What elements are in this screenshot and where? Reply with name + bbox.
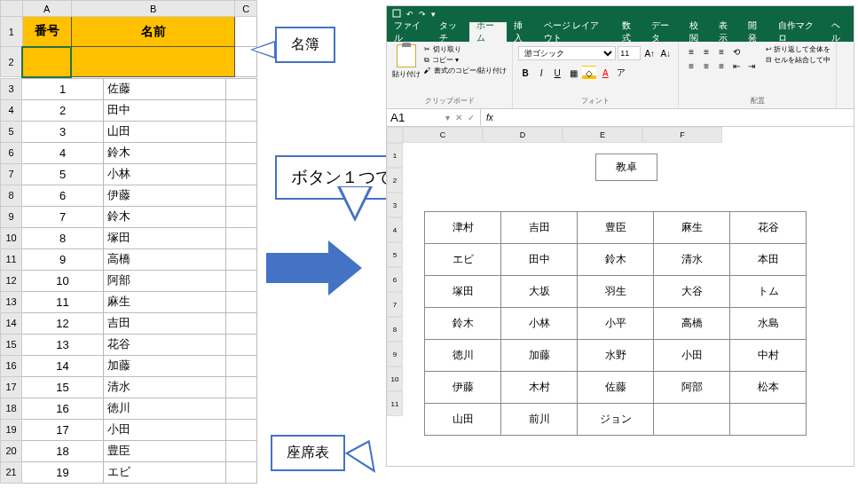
cell-name[interactable]: 麻生: [104, 291, 225, 312]
seat-cell[interactable]: 大谷: [654, 276, 730, 308]
row-header[interactable]: 9: [387, 342, 403, 366]
seat-cell[interactable]: ジョン: [578, 404, 654, 436]
cell-number[interactable]: 9: [22, 248, 104, 270]
row-header[interactable]: 5: [1, 121, 22, 142]
ribbon-tab[interactable]: ページ レイアウト: [537, 22, 615, 42]
increase-font-icon[interactable]: A↑: [642, 46, 657, 60]
align-bottom-icon[interactable]: ≡: [714, 44, 728, 59]
row-header[interactable]: 8: [387, 317, 403, 342]
col-header[interactable]: C: [403, 127, 483, 143]
seat-cell[interactable]: 前川: [501, 404, 578, 436]
cell-name[interactable]: 山田: [104, 121, 225, 142]
merge-center-button[interactable]: ⊟セルを結合して中: [766, 55, 830, 65]
row-header[interactable]: 1: [1, 17, 23, 47]
seat-cell[interactable]: 羽生: [578, 276, 654, 308]
cell-name[interactable]: 清水: [104, 376, 225, 398]
row-header[interactable]: 18: [1, 398, 22, 419]
cell-name[interactable]: 塚田: [104, 227, 225, 248]
row-header[interactable]: 4: [1, 99, 22, 121]
seat-cell[interactable]: 木村: [501, 372, 578, 404]
phonetic-button[interactable]: ア: [614, 66, 628, 80]
seat-cell[interactable]: 阿部: [654, 372, 730, 404]
cell-number[interactable]: 14: [22, 355, 104, 376]
selected-cell-a2[interactable]: [22, 47, 71, 77]
cell-name[interactable]: 小田: [104, 419, 225, 440]
col-header[interactable]: E: [563, 127, 642, 143]
ribbon-tab[interactable]: データ: [644, 22, 681, 42]
seat-cell[interactable]: [730, 404, 807, 436]
cell-number[interactable]: 5: [22, 163, 104, 185]
row-header[interactable]: 6: [1, 142, 22, 163]
ribbon-tab[interactable]: 校閲: [682, 22, 712, 42]
cell-number[interactable]: 4: [22, 142, 104, 163]
cell-number[interactable]: 7: [22, 206, 104, 227]
chevron-down-icon[interactable]: ▾: [445, 113, 450, 122]
ribbon-tab[interactable]: 挿入: [507, 22, 536, 42]
row-header[interactable]: 14: [1, 312, 22, 334]
italic-button[interactable]: I: [534, 66, 548, 80]
row-header[interactable]: 13: [1, 291, 22, 312]
row-header[interactable]: 4: [387, 217, 403, 242]
bold-button[interactable]: B: [518, 66, 532, 80]
seat-cell[interactable]: 塚田: [425, 276, 501, 308]
row-header[interactable]: 2: [387, 168, 403, 193]
cell-name[interactable]: 伊藤: [104, 185, 225, 206]
seat-cell[interactable]: [654, 404, 730, 436]
orientation-icon[interactable]: ⟲: [729, 44, 744, 59]
cell-name[interactable]: 田中: [104, 99, 225, 121]
cell-name[interactable]: 鈴木: [104, 142, 225, 163]
cell-number[interactable]: 18: [22, 440, 104, 461]
seat-cell[interactable]: 水野: [578, 340, 654, 372]
font-color-button[interactable]: A: [598, 66, 612, 80]
col-header[interactable]: [387, 127, 403, 143]
row-header[interactable]: 5: [387, 242, 403, 267]
wrap-text-button[interactable]: ↩折り返して全体を: [766, 44, 830, 54]
row-header[interactable]: 17: [1, 376, 22, 398]
font-name-select[interactable]: 游ゴシック: [518, 46, 616, 60]
cell-name[interactable]: 豊臣: [104, 440, 225, 461]
header-name[interactable]: 名前: [71, 17, 234, 47]
row-header[interactable]: 3: [387, 193, 403, 217]
underline-button[interactable]: U: [550, 66, 564, 80]
chevron-down-icon[interactable]: ▾: [431, 10, 436, 19]
row-header[interactable]: 3: [1, 78, 22, 99]
name-box[interactable]: [387, 109, 440, 126]
paste-button[interactable]: 貼り付け: [392, 44, 421, 79]
row-header[interactable]: 6: [387, 267, 403, 292]
header-number[interactable]: 番号: [22, 17, 71, 47]
row-header[interactable]: 10: [1, 227, 22, 248]
seat-cell[interactable]: 本田: [730, 244, 807, 276]
cell-name[interactable]: エビ: [104, 461, 225, 483]
seat-cell[interactable]: 鈴木: [578, 244, 654, 276]
row-header[interactable]: 11: [387, 391, 403, 416]
ribbon-tab[interactable]: ヘル: [824, 22, 854, 42]
align-right-icon[interactable]: ≡: [714, 59, 728, 73]
seat-cell[interactable]: 松本: [730, 372, 807, 404]
ribbon-tab[interactable]: 数式: [615, 22, 644, 42]
cell-name[interactable]: 高橋: [104, 248, 225, 270]
formula-input[interactable]: [499, 109, 854, 126]
row-header[interactable]: 20: [1, 440, 22, 461]
cell-name[interactable]: 徳川: [104, 398, 225, 419]
cut-button[interactable]: ✂切り取り: [424, 44, 507, 54]
seat-cell[interactable]: 山田: [425, 404, 501, 436]
seat-cell[interactable]: 小田: [654, 340, 730, 372]
col-header-c[interactable]: C: [235, 1, 257, 17]
cell-number[interactable]: 12: [22, 312, 104, 334]
seat-cell[interactable]: 田中: [501, 244, 578, 276]
border-button[interactable]: ▦: [566, 66, 580, 80]
row-header[interactable]: 11: [1, 248, 22, 270]
seat-cell[interactable]: 水島: [730, 308, 807, 340]
format-painter-button[interactable]: 🖌書式のコピー/貼り付け: [424, 66, 507, 75]
redo-icon[interactable]: ↷: [419, 10, 426, 19]
ribbon-tab[interactable]: 開発: [741, 22, 770, 42]
col-header[interactable]: D: [483, 127, 563, 143]
cell-number[interactable]: 1: [22, 78, 104, 99]
seat-cell[interactable]: 伊藤: [425, 372, 501, 404]
cell-name[interactable]: 佐藤: [104, 78, 225, 99]
decrease-font-icon[interactable]: A↓: [658, 46, 673, 60]
seat-cell[interactable]: 大坂: [501, 276, 578, 308]
row-header[interactable]: 2: [1, 47, 23, 77]
seat-cell[interactable]: エビ: [425, 244, 501, 276]
cell-number[interactable]: 3: [22, 121, 104, 142]
